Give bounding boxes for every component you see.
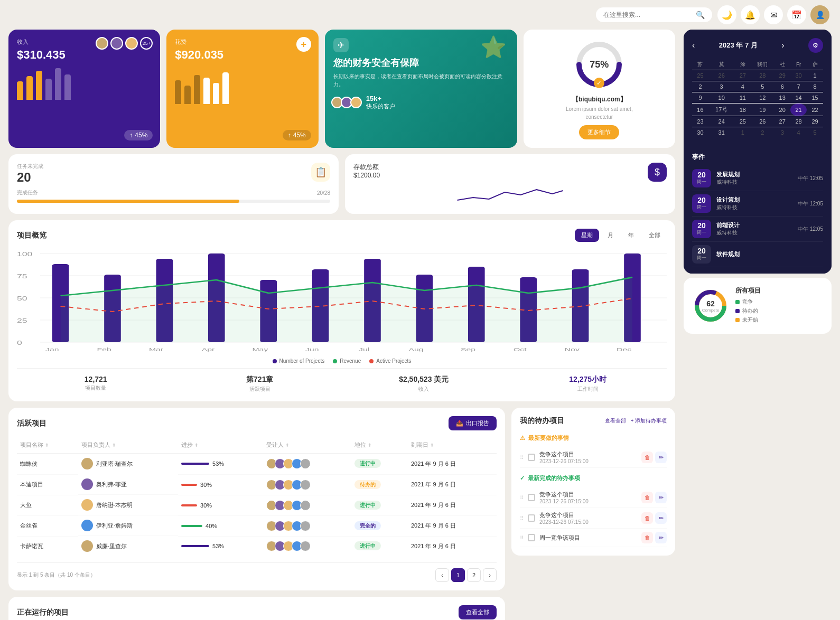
todo-edit-4[interactable]: ✏ (655, 532, 667, 543)
todo-edit-2[interactable]: ✏ (655, 492, 667, 503)
cal-cell-5-5[interactable]: 4 (790, 127, 807, 138)
cal-cell-3-2[interactable]: 18 (734, 104, 751, 116)
cal-cell-4-3[interactable]: 26 (751, 116, 774, 127)
cal-cell-4-2[interactable]: 25 (734, 116, 751, 127)
cal-cell-5-2[interactable]: 1 (734, 127, 751, 138)
legend-pending: 待办的 (735, 307, 823, 315)
cal-cell-4-0[interactable]: 23 (692, 116, 708, 127)
cal-cell-3-3[interactable]: 19 (751, 104, 774, 116)
view-all-todo-btn[interactable]: 查看全部 (605, 417, 626, 425)
cal-cell-0-3[interactable]: 28 (751, 70, 774, 81)
view-all-btn[interactable]: 查看全部 (459, 605, 497, 619)
cal-cell-5-1[interactable]: 31 (708, 127, 735, 138)
cal-row-2: 9 10 11 12 13 14 15 (692, 92, 823, 104)
todo-delete-3[interactable]: 🗑 (641, 512, 653, 524)
tab-week[interactable]: 星期 (575, 229, 599, 242)
cal-cell-5-0[interactable]: 30 (692, 127, 708, 138)
cal-cell-5-3[interactable]: 2 (751, 127, 774, 138)
next-page-btn[interactable]: › (483, 568, 497, 582)
cal-cell-0-5[interactable]: 30 (790, 70, 807, 81)
prev-page-btn[interactable]: ‹ (435, 568, 449, 582)
cal-cell-5-6[interactable]: 5 (807, 127, 823, 138)
todo-delete-2[interactable]: 🗑 (641, 492, 653, 503)
ebar-6 (222, 72, 229, 104)
cal-cell-4-1[interactable]: 24 (708, 116, 735, 127)
cal-cell-1-2[interactable]: 4 (734, 81, 751, 92)
page-1-btn[interactable]: 1 (451, 568, 465, 582)
cal-cell-3-0[interactable]: 16 (692, 104, 708, 116)
cal-cell-0-2[interactable]: 27 (734, 70, 751, 81)
drag-handle-1[interactable]: ⠿ (520, 455, 524, 461)
page-2-btn[interactable]: 2 (467, 568, 481, 582)
drag-handle-4[interactable]: ⠿ (520, 535, 524, 541)
tab-month[interactable]: 月 (601, 229, 620, 242)
mail-btn[interactable]: ✉ (764, 5, 783, 24)
savings-label: 存款总额 (353, 163, 667, 172)
cal-cell-0-0[interactable]: 25 (692, 70, 708, 81)
cal-cell-3-4[interactable]: 20 (774, 104, 790, 116)
cal-cell-2-2[interactable]: 11 (734, 92, 751, 104)
assignee-group-2 (266, 500, 348, 511)
bar-3 (36, 71, 42, 100)
cal-prev-btn[interactable]: ‹ (692, 41, 695, 50)
cal-cell-5-4[interactable]: 3 (774, 127, 790, 138)
cal-cell-2-5[interactable]: 14 (790, 92, 807, 104)
add-todo-btn[interactable]: + 添加待办事项 (630, 417, 667, 425)
cal-cell-2-6[interactable]: 15 (807, 92, 823, 104)
calendar-btn[interactable]: 📅 (787, 5, 806, 24)
tab-all[interactable]: 全部 (642, 229, 667, 242)
dark-mode-toggle[interactable]: 🌙 (717, 5, 736, 24)
todo-edit-1[interactable]: ✏ (655, 452, 667, 463)
drag-handle-2[interactable]: ⠿ (520, 495, 524, 501)
notifications-btn[interactable]: 🔔 (741, 5, 760, 24)
cal-cell-1-4[interactable]: 6 (774, 81, 790, 92)
project-chart: 100 75 50 25 0 (17, 248, 667, 354)
cal-cell-1-6[interactable]: 8 (807, 81, 823, 92)
settings-gear-icon[interactable]: ⚙ (808, 38, 823, 53)
cal-cell-0-4[interactable]: 29 (774, 70, 790, 81)
donut-detail-btn[interactable]: 更多细节 (579, 125, 619, 139)
todo-item-3: ⠿ 竞争这个项目 2023-12-26 07:15:00 🗑 ✏ (520, 508, 667, 529)
event-4-details: 软件规划 (716, 250, 818, 258)
cal-cell-3-1[interactable]: 17号 (708, 104, 735, 116)
cal-cell-1-3[interactable]: 5 (751, 81, 774, 92)
todo-checkbox-3[interactable] (528, 514, 535, 522)
todo-delete-4[interactable]: 🗑 (641, 532, 653, 543)
todo-checkbox-1[interactable] (528, 454, 535, 461)
cal-cell-0-6[interactable]: 1 (807, 70, 823, 81)
search-input[interactable] (603, 11, 692, 18)
calendar-header: ‹ 2023 年 7 月 › ⚙ (692, 38, 823, 53)
todo-checkbox-2[interactable] (528, 494, 535, 501)
add-expense-btn[interactable]: + (296, 37, 311, 52)
cal-cell-1-5[interactable]: 7 (790, 81, 807, 92)
search-box[interactable]: 🔍 (596, 7, 712, 22)
cal-cell-2-0[interactable]: 9 (692, 92, 708, 104)
todo-item-2: ⠿ 竞争这个项目 2023-12-26 07:15:00 🗑 ✏ (520, 487, 667, 508)
ebar-5 (213, 83, 219, 104)
drag-handle-3[interactable]: ⠿ (520, 515, 524, 521)
cal-cell-4-4[interactable]: 27 (774, 116, 790, 127)
cal-cell-0-1[interactable]: 26 (708, 70, 735, 81)
tab-year[interactable]: 年 (622, 229, 640, 242)
stat-revenue: $2,50,523 美元 收入 (345, 375, 503, 393)
todo-checkbox-4[interactable] (528, 534, 535, 541)
cal-next-btn[interactable]: › (781, 41, 784, 50)
cal-cell-4-5[interactable]: 28 (790, 116, 807, 127)
cal-cell-1-0[interactable]: 2 (692, 81, 708, 92)
legend-sq-notstarted (735, 318, 740, 322)
cal-cell-2-4[interactable]: 13 (774, 92, 790, 104)
expense-title: 花费 (175, 38, 310, 46)
tasks-label: 任务未完成 (17, 163, 330, 170)
cal-cell-3-6[interactable]: 22 (807, 104, 823, 116)
user-avatar[interactable]: 👤 (810, 5, 829, 24)
cal-cell-2-3[interactable]: 12 (751, 92, 774, 104)
cal-cell-1-1[interactable]: 3 (708, 81, 735, 92)
cal-cell-2-1[interactable]: 10 (708, 92, 735, 104)
todo-delete-1[interactable]: 🗑 (641, 452, 653, 463)
todo-item-4: ⠿ 周一竞争该项目 🗑 ✏ (520, 529, 667, 547)
cal-cell-4-6[interactable]: 29 (807, 116, 823, 127)
export-btn[interactable]: 📤 出口报告 (449, 416, 497, 430)
td-due-1: 2021 年 9 月 6 日 (408, 474, 497, 495)
todo-edit-3[interactable]: ✏ (655, 512, 667, 524)
cal-cell-today[interactable]: 21 (790, 104, 807, 116)
